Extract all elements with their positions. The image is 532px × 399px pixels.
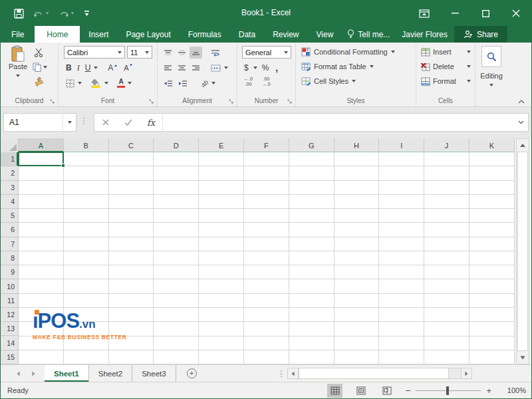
tab-formulas[interactable]: Formulas [180,26,230,43]
horizontal-scroll-track[interactable] [449,368,461,379]
editing-dropdown-icon[interactable] [489,84,493,86]
font-color-dropdown-icon[interactable] [128,82,132,84]
next-sheet-button[interactable] [32,371,35,376]
name-box-dropdown[interactable] [63,114,76,131]
row-header-4[interactable]: 4 [1,195,18,209]
tab-review[interactable]: Review [264,26,307,43]
merge-center-button[interactable] [209,62,223,74]
fill-handle[interactable] [61,164,65,168]
tab-page-layout[interactable]: Page Layout [117,26,179,43]
close-button[interactable] [501,1,531,26]
zoom-slider[interactable] [416,390,481,391]
bold-button[interactable]: B [64,62,74,74]
format-as-table-button[interactable]: Format as Table [296,59,416,74]
row-header-15[interactable]: 15 [1,350,18,364]
row-header-6[interactable]: 6 [1,223,18,237]
row-header-14[interactable]: 14 [1,336,18,350]
name-box[interactable]: A1 [3,113,76,132]
font-family-select[interactable]: Calibri [64,46,125,59]
zoom-out-button[interactable]: − [405,385,410,396]
cell-grid[interactable]: ıPOS.vn MAKE F&B BUSINESS BETTER [19,152,515,364]
tab-home[interactable]: Home [35,26,80,43]
prev-sheet-button[interactable] [17,371,20,376]
decrease-decimal-button[interactable]: .00 →.0 [260,76,273,88]
clipboard-dialog-launcher-icon[interactable] [50,99,55,104]
editing-button[interactable] [481,46,501,67]
font-size-select[interactable]: 11 [127,46,152,59]
row-header-12[interactable]: 12 [1,308,18,322]
shrink-font-button[interactable]: A [122,62,134,74]
comma-style-button[interactable]: , [273,62,280,74]
increase-decimal-button[interactable]: ←.0 .00 [242,76,255,88]
column-header-c[interactable]: C [109,138,154,152]
row-header-10[interactable]: 10 [1,279,18,293]
delete-cells-button[interactable]: Delete [416,59,475,74]
sheet-tab-sheet2[interactable]: Sheet2 [89,365,132,382]
vertical-scroll-thumb[interactable] [517,152,528,351]
ribbon-display-options-button[interactable] [409,1,440,26]
accounting-format-button[interactable]: $ [242,62,251,74]
conditional-formatting-button[interactable]: ≠ Conditional Formatting [296,45,416,59]
grow-font-button[interactable]: A [106,62,120,74]
row-header-13[interactable]: 13 [1,322,18,336]
wrap-text-button[interactable] [209,47,222,59]
minimize-button[interactable] [440,1,470,26]
underline-button[interactable]: U [83,62,93,74]
insert-cells-button[interactable]: Insert [416,45,475,59]
vertical-scrollbar[interactable] [516,138,529,364]
borders-dropdown-icon[interactable] [78,82,82,84]
underline-dropdown-icon[interactable] [94,66,98,69]
number-dialog-launcher-icon[interactable] [287,99,293,104]
scroll-down-button[interactable] [517,352,529,364]
tab-file[interactable]: File [1,26,35,43]
zoom-level[interactable]: 100% [502,386,526,394]
column-header-d[interactable]: D [154,138,199,152]
row-header-3[interactable]: 3 [1,181,18,195]
copy-dropdown-icon[interactable] [43,66,47,68]
page-break-view-button[interactable] [379,384,394,398]
row-header-5[interactable]: 5 [1,209,18,223]
number-format-select[interactable]: General [242,46,291,59]
column-header-b[interactable]: B [64,138,109,152]
cell-styles-button[interactable]: Cell Styles [296,74,416,88]
font-color-button[interactable]: A [116,77,126,89]
cut-button[interactable] [34,48,44,57]
new-sheet-button[interactable]: + [176,365,207,382]
row-header-9[interactable]: 9 [1,265,18,279]
font-dialog-launcher-icon[interactable] [149,99,154,104]
normal-view-button[interactable] [327,384,342,398]
column-header-f[interactable]: F [244,138,289,152]
align-right-button[interactable] [190,62,202,74]
paste-button[interactable]: Paste [5,45,31,78]
page-layout-view-button[interactable] [353,384,368,398]
selected-cell-a1[interactable] [18,152,64,166]
column-header-a[interactable]: A [19,138,64,152]
align-left-button[interactable] [162,62,174,74]
user-account[interactable]: Javier Flores [395,26,454,43]
copy-button[interactable] [33,63,47,72]
align-bottom-button[interactable] [190,47,202,59]
fill-color-dropdown-icon[interactable] [104,82,108,84]
tabbar-resize-handle[interactable] [281,365,282,382]
increase-indent-button[interactable] [176,77,190,89]
expand-formula-bar-button[interactable] [513,120,528,124]
align-center-button[interactable] [176,62,188,74]
italic-button[interactable]: I [75,62,82,74]
insert-function-button[interactable]: fx [140,114,162,131]
decrease-indent-button[interactable] [162,77,175,89]
tab-view[interactable]: View [308,26,342,43]
column-header-j[interactable]: J [424,138,469,152]
horizontal-scrollbar[interactable] [287,365,472,382]
align-top-button[interactable] [162,47,174,59]
tab-data[interactable]: Data [230,26,264,43]
row-header-11[interactable]: 11 [1,294,18,308]
select-all-button[interactable] [1,138,19,152]
zoom-in-button[interactable]: + [486,386,491,396]
sheet-tab-sheet3[interactable]: Sheet3 [132,365,176,382]
percent-style-button[interactable]: % [260,62,271,74]
row-header-2[interactable]: 2 [1,166,18,180]
tell-me-box[interactable]: Tell me... [342,26,395,43]
fill-color-button[interactable] [89,77,103,89]
share-button[interactable]: Share [454,26,507,43]
formula-bar-resize-handle[interactable] [83,116,85,128]
